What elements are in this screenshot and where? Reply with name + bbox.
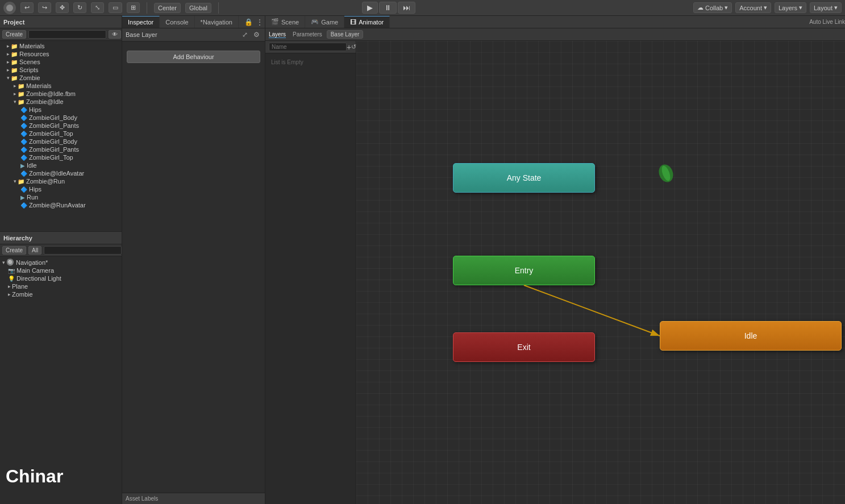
list-item[interactable]: ▶Idle (0, 161, 122, 169)
node-entry[interactable]: Entry (453, 256, 595, 285)
list-item[interactable]: 🔷ZombieGirl_Body (0, 114, 122, 122)
center-button[interactable]: Center (154, 3, 181, 13)
tab-animator[interactable]: 🎞 Animator (344, 16, 390, 28)
list-item[interactable]: 🔷Hips (0, 185, 122, 193)
hierarchy-panel: Hierarchy Create All ≡ ▾🔘 Navigation* 📷M… (0, 232, 122, 504)
transform-button[interactable]: ⊞ (127, 2, 140, 13)
leaf-icon (657, 163, 675, 184)
idle-label: Idle (744, 331, 757, 340)
layout-label: Layout (814, 5, 832, 11)
gear-icon[interactable]: ⚙ (252, 31, 261, 39)
lock-icon[interactable]: 🔒 (243, 18, 255, 26)
play-button[interactable]: ▶ (362, 2, 378, 14)
anim-tab-group: Layers Parameters (269, 31, 322, 38)
right-tab-bar: 🎬 Scene 🎮 Game 🎞 Animator Auto Live Link (265, 16, 845, 28)
list-item[interactable]: ▸Plane (0, 282, 122, 290)
game-icon: 🎮 (311, 18, 319, 26)
collab-button[interactable]: ☁ Collab ▾ (693, 2, 732, 13)
hier-create-button[interactable]: Create (2, 246, 26, 255)
list-item[interactable]: 🔷ZombieGirl_Top (0, 153, 122, 161)
list-item[interactable]: 🔷ZombieGirl_Pants (0, 145, 122, 153)
tab-game[interactable]: 🎮 Game (305, 16, 344, 28)
list-item[interactable]: 📷Main Camera (0, 266, 122, 274)
project-header: Project (0, 16, 122, 28)
layers-button[interactable]: Layers ▾ (775, 2, 806, 13)
list-item[interactable]: ▸Zombie (0, 290, 122, 298)
rotate-button[interactable]: ↻ (73, 2, 86, 13)
layout-arrow: ▾ (834, 4, 838, 11)
base-layer-button[interactable]: Base Layer (327, 30, 364, 39)
add-param-button[interactable]: + (347, 43, 351, 52)
rect-button[interactable]: ▭ (109, 2, 122, 13)
list-item[interactable]: ▸📁Materials (0, 82, 122, 90)
refresh-param-button[interactable]: ↺ (351, 43, 356, 51)
hierarchy-header: Hierarchy (0, 232, 122, 244)
project-panel: Project Create 👁 ≡ ▸📁Materials ▸📁Resourc… (0, 16, 122, 232)
list-item[interactable]: 🔷ZombieGirl_Pants (0, 122, 122, 130)
translate-button[interactable]: ✥ (56, 2, 69, 13)
list-item[interactable]: ▸📁Resources (0, 50, 122, 58)
animator-icon: 🎞 (350, 19, 356, 26)
redo-button[interactable]: ↪ (38, 2, 51, 13)
params-list: List is Empty (265, 53, 356, 504)
main-layout: Project Create 👁 ≡ ▸📁Materials ▸📁Resourc… (0, 16, 845, 504)
list-item[interactable]: 🔷Zombie@IdleAvatar (0, 169, 122, 177)
tab-navigation[interactable]: *Navigation (195, 16, 239, 28)
transition-arrow (356, 41, 845, 504)
undo-button[interactable]: ↩ (20, 2, 34, 13)
all-button[interactable]: All (28, 246, 41, 255)
list-item[interactable]: ▸📁Scenes (0, 58, 122, 66)
account-button[interactable]: Account ▾ (735, 2, 771, 13)
expand-icon[interactable]: ⤢ (240, 31, 249, 39)
list-item[interactable]: 🔷Hips (0, 106, 122, 114)
list-item[interactable]: 🔷Zombie@RunAvatar (0, 201, 122, 209)
separator-2 (218, 2, 219, 14)
list-item[interactable]: 🔷ZombieGirl_Body (0, 138, 122, 145)
list-item[interactable]: ▸📁Zombie@Idle.fbm (0, 90, 122, 98)
params-search[interactable] (269, 43, 347, 51)
pause-button[interactable]: ⏸ (379, 2, 397, 14)
collab-label: Collab (705, 5, 723, 11)
list-item[interactable]: ▾📁Zombie@Idle (0, 98, 122, 106)
more-icon[interactable]: ⋮ (255, 18, 265, 26)
project-tree: ▸📁Materials ▸📁Resources ▸📁Scenes ▸📁Scrip… (0, 41, 122, 231)
anim-tab-layers[interactable]: Layers (269, 31, 286, 38)
hierarchy-search[interactable] (44, 246, 122, 255)
animator-canvas[interactable]: Any State Entry Exit Idle (356, 41, 845, 504)
step-button[interactable]: ⏭ (398, 2, 415, 14)
eye-button[interactable]: 👁 (109, 30, 121, 39)
list-item[interactable]: 🔷ZombieGirl_Top (0, 130, 122, 138)
topbar-right: ☁ Collab ▾ Account ▾ Layers ▾ Layout ▾ (693, 2, 842, 13)
anim-tab-parameters[interactable]: Parameters (293, 31, 322, 38)
inspector-panel: Inspector Console *Navigation 🔒 ⋮ Base L… (122, 16, 265, 504)
scale-button[interactable]: ⤡ (91, 2, 104, 13)
global-button[interactable]: Global (185, 3, 211, 13)
layout-button[interactable]: Layout ▾ (810, 2, 842, 13)
node-idle[interactable]: Idle (660, 321, 842, 351)
asset-labels: Asset Labels (122, 493, 265, 504)
tab-inspector[interactable]: Inspector (122, 16, 160, 28)
layers-arrow: ▾ (799, 4, 802, 11)
collab-arrow: ▾ (725, 4, 728, 11)
asset-labels-text: Asset Labels (126, 495, 158, 502)
project-search[interactable] (28, 30, 106, 39)
list-item[interactable]: ▾📁Zombie@Run (0, 177, 122, 185)
exit-label: Exit (517, 343, 530, 352)
list-item[interactable]: ▾🔘 Navigation* (0, 258, 122, 266)
create-button[interactable]: Create (2, 30, 26, 39)
tab-console[interactable]: Console (160, 16, 194, 28)
add-behaviour-button[interactable]: Add Behaviour (127, 51, 260, 63)
tab-scene[interactable]: 🎬 Scene (265, 16, 305, 28)
left-panel: Project Create 👁 ≡ ▸📁Materials ▸📁Resourc… (0, 16, 122, 504)
scene-label: Scene (281, 19, 299, 26)
account-arrow: ▾ (764, 4, 767, 11)
list-item[interactable]: ▶Run (0, 193, 122, 201)
list-item[interactable]: ▸📁Scripts (0, 66, 122, 74)
game-label: Game (321, 19, 338, 26)
list-item[interactable]: 💡Directional Light (0, 274, 122, 282)
list-item[interactable]: ▸📁Materials (0, 42, 122, 50)
unity-logo (3, 2, 16, 14)
node-any-state[interactable]: Any State (453, 163, 595, 193)
list-item[interactable]: ▾📁Zombie (0, 74, 122, 82)
node-exit[interactable]: Exit (453, 332, 595, 362)
